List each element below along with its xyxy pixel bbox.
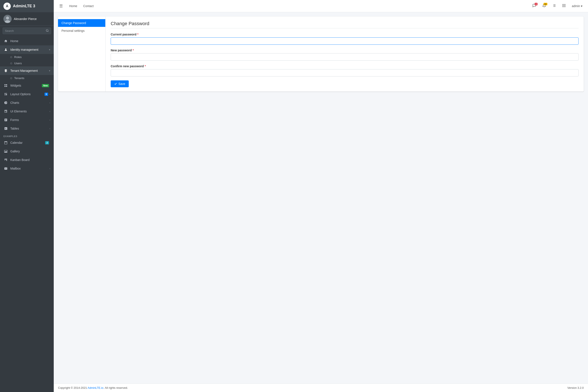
count-badge: 2 [45, 141, 49, 144]
forms-icon [4, 118, 8, 122]
sidebar-item-label: Tables [10, 127, 50, 130]
sidebar-item-label: Identity management [10, 48, 49, 51]
tasks-button[interactable] [550, 2, 558, 10]
admin-dropdown-button[interactable]: admin ▾ [570, 3, 584, 9]
form-title: Change Password [111, 21, 578, 26]
notifications-count-badge: 15 [544, 3, 548, 5]
settings-nav: Change Password Personal settings [58, 16, 105, 92]
required-star: * [137, 33, 138, 36]
sidebar-item-layout[interactable]: Layout Options 6 ‹ [0, 90, 54, 98]
chevron-down-icon: ▾ [49, 70, 50, 72]
home-icon [4, 39, 8, 44]
sidebar-item-roles[interactable]: Roles [0, 54, 54, 60]
apps-button[interactable] [560, 2, 568, 10]
sidebar-brand: A AdminLTE 3 [0, 0, 54, 12]
save-button-label: Save [118, 82, 125, 86]
form-area: Change Password Current password * New p… [105, 16, 584, 92]
messages-count-badge: 3 [535, 3, 538, 5]
sidebar-item-users[interactable]: Users [0, 60, 54, 66]
count-badge: 6 [44, 93, 48, 96]
messages-button[interactable]: 3 [530, 2, 538, 10]
svg-rect-9 [6, 86, 7, 87]
svg-point-1 [6, 16, 9, 20]
svg-rect-16 [562, 4, 563, 5]
gallery-icon [4, 149, 8, 154]
sidebar-item-ui[interactable]: UI Elements ‹ [0, 107, 54, 116]
search-input[interactable] [3, 28, 44, 34]
current-password-label: Current password * [111, 33, 578, 36]
svg-rect-24 [565, 6, 566, 7]
chevron-left-icon: ‹ [50, 93, 50, 96]
current-password-input[interactable] [111, 38, 578, 45]
sidebar-item-widgets[interactable]: Widgets New [0, 81, 54, 90]
examples-section-label: EXAMPLES [0, 133, 54, 138]
rights-text: All rights reserved. [104, 386, 128, 390]
svg-point-3 [46, 30, 48, 32]
footer-copyright: Copyright © 2014-2021 AdminLTE.io. All r… [58, 386, 128, 390]
footer-link[interactable]: AdminLTE.io. [88, 386, 104, 390]
sidebar-item-tenants[interactable]: Tenants [0, 75, 54, 81]
confirm-password-group: Confirm new password * [111, 64, 578, 76]
identity-icon [4, 47, 8, 52]
svg-rect-6 [4, 84, 6, 85]
avatar [4, 15, 12, 23]
sidebar-item-kanban[interactable]: Kanban Board [0, 156, 54, 164]
sidebar-item-label: Roles [14, 56, 22, 59]
new-password-group: New password * [111, 48, 578, 60]
topbar-contact-link[interactable]: Contact [80, 3, 96, 9]
chart-icon [4, 100, 8, 105]
widgets-icon [4, 83, 8, 88]
required-star: * [132, 48, 134, 52]
svg-line-4 [48, 31, 48, 32]
sidebar-item-label: Charts [10, 101, 50, 104]
tree-icon [4, 109, 8, 114]
sidebar-item-calendar[interactable]: Calendar 2 [0, 138, 54, 147]
dot-icon [10, 77, 12, 79]
sidebar: A AdminLTE 3 Alexander Pierce [0, 0, 54, 392]
new-password-label: New password * [111, 48, 578, 52]
sidebar-item-tables[interactable]: Tables ‹ [0, 124, 54, 133]
sidebar-item-label: Tenant Management [10, 69, 49, 72]
topbar: ☰ Home Contact 3 15 [54, 0, 588, 12]
svg-point-5 [5, 48, 6, 50]
sidebar-item-label: Widgets [10, 84, 42, 87]
kanban-icon [4, 158, 8, 162]
sidebar-item-charts[interactable]: Charts ‹ [0, 98, 54, 107]
brand-title: AdminLTE 3 [13, 4, 35, 8]
chevron-left-icon: ‹ [50, 102, 50, 104]
save-button[interactable]: Save [111, 80, 129, 87]
svg-rect-8 [4, 86, 6, 87]
svg-rect-18 [565, 4, 566, 5]
dot-icon [10, 56, 12, 58]
new-badge: New [42, 84, 49, 87]
sidebar-toggle-button[interactable]: ☰ [57, 2, 65, 10]
sidebar-item-home[interactable]: Home [0, 37, 54, 45]
footer: Copyright © 2014-2021 AdminLTE.io. All r… [54, 384, 588, 392]
sidebar-item-label: Tenants [14, 76, 24, 80]
sidebar-item-forms[interactable]: Forms ‹ [0, 116, 54, 124]
new-password-input[interactable] [111, 53, 578, 60]
sidebar-item-gallery[interactable]: Gallery [0, 147, 54, 156]
confirm-password-input[interactable] [111, 69, 578, 76]
svg-rect-17 [564, 4, 564, 5]
change-password-button[interactable]: Change Password [58, 19, 105, 27]
chevron-left-icon: ‹ [50, 119, 50, 121]
chevron-left-icon: ‹ [50, 127, 50, 130]
sidebar-item-label: Forms [10, 118, 50, 122]
sidebar-item-label: Gallery [10, 150, 50, 153]
personal-settings-button[interactable]: Personal settings [58, 27, 105, 34]
sidebar-item-mailbox[interactable]: Mailbox ‹ [0, 164, 54, 173]
search-button[interactable] [44, 28, 51, 34]
settings-card: Change Password Personal settings Change… [58, 16, 584, 92]
notifications-button[interactable]: 15 [540, 2, 548, 10]
main-content: ☰ Home Contact 3 15 [54, 0, 588, 392]
chevron-down-icon: ▾ [581, 4, 582, 8]
sidebar-item-identity[interactable]: Identity management ▾ [0, 45, 54, 54]
mailbox-icon [4, 166, 8, 171]
topbar-right: 3 15 admin ▾ [530, 2, 584, 10]
svg-rect-21 [565, 5, 566, 6]
current-password-group: Current password * [111, 33, 578, 45]
topbar-home-link[interactable]: Home [66, 3, 80, 9]
sidebar-item-tenant[interactable]: Tenant Management ▾ [0, 66, 54, 75]
svg-rect-20 [564, 5, 564, 6]
